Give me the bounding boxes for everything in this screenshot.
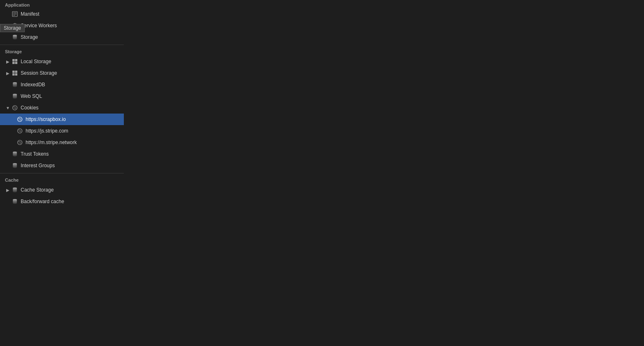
session-storage-arrow (5, 70, 11, 76)
svg-point-15 (13, 106, 17, 110)
storage-label: Storage (21, 34, 38, 40)
svg-rect-10 (15, 71, 18, 73)
local-storage-arrow (5, 59, 11, 64)
cookie-stripe-m-label: https://m.stripe.network (26, 140, 77, 145)
sidebar-item-trust-tokens[interactable]: Trust Tokens (0, 148, 124, 160)
trust-tokens-icon (12, 151, 18, 157)
sidebar-item-local-storage[interactable]: Local Storage (0, 56, 124, 67)
svg-rect-9 (12, 71, 15, 73)
svg-point-17 (15, 107, 16, 108)
storage-icon (12, 34, 18, 40)
storage-button[interactable]: Storage (0, 24, 25, 32)
sidebar: Application Storage Manifest (0, 0, 124, 346)
svg-point-41 (13, 187, 17, 189)
svg-point-38 (19, 141, 20, 141)
cookies-label: Cookies (21, 105, 38, 111)
svg-point-35 (20, 142, 21, 142)
back-forward-cache-icon (12, 198, 18, 205)
svg-point-13 (13, 82, 17, 84)
cache-storage-arrow (5, 187, 11, 193)
cache-storage-icon (12, 187, 18, 193)
svg-point-39 (13, 152, 17, 153)
svg-point-25 (20, 120, 21, 121)
cookies-icon (12, 104, 18, 111)
indexeddb-label: IndexedDB (21, 82, 45, 88)
svg-point-23 (20, 118, 21, 119)
sidebar-item-indexeddb[interactable]: IndexedDB (0, 79, 124, 90)
web-sql-label: Web SQL (21, 93, 42, 99)
sidebar-item-cookie-stripe-m[interactable]: https://m.stripe.network (0, 137, 124, 148)
web-sql-icon (12, 93, 18, 100)
svg-rect-12 (15, 73, 18, 76)
local-storage-label: Local Storage (21, 59, 51, 64)
sidebar-item-interest-groups[interactable]: Interest Groups (0, 160, 124, 171)
sidebar-item-session-storage[interactable]: Session Storage (0, 67, 124, 79)
svg-point-42 (13, 199, 17, 201)
section-header-storage: Storage (0, 47, 124, 56)
cookie-stripe-m-icon (17, 139, 23, 146)
sidebar-item-web-sql[interactable]: Web SQL (0, 90, 124, 102)
svg-point-21 (18, 117, 22, 122)
svg-point-32 (19, 129, 20, 130)
svg-point-26 (19, 118, 20, 118)
sidebar-item-back-forward-cache[interactable]: Back/forward cache (0, 196, 124, 207)
sidebar-item-cookies[interactable]: Cookies (0, 102, 124, 114)
session-storage-label: Session Storage (21, 70, 57, 76)
svg-point-24 (19, 120, 20, 121)
svg-point-34 (19, 141, 19, 142)
manifest-label: Manifest (21, 11, 39, 17)
svg-point-27 (18, 129, 22, 133)
section-header-application: Application (0, 0, 124, 8)
storage-section: Storage Local Storage (0, 47, 124, 171)
manifest-icon (12, 11, 18, 17)
divider-2 (0, 173, 124, 173)
svg-point-37 (20, 143, 21, 144)
svg-point-29 (20, 130, 21, 131)
local-storage-icon (12, 58, 18, 65)
sidebar-item-cookie-scrapbox[interactable]: https://scrapbox.io (0, 114, 124, 125)
svg-rect-6 (15, 59, 18, 62)
service-workers-label: Service Workers (21, 23, 57, 28)
cache-storage-label: Cache Storage (21, 187, 54, 193)
sidebar-item-cache-storage[interactable]: Cache Storage (0, 184, 124, 196)
svg-point-31 (20, 131, 21, 132)
svg-point-19 (15, 108, 16, 109)
cookies-arrow (5, 105, 11, 111)
cookie-stripe-js-label: https://js.stripe.com (26, 128, 68, 134)
svg-point-28 (19, 130, 19, 130)
svg-rect-7 (12, 62, 15, 64)
sidebar-item-storage[interactable]: Storage (0, 31, 124, 43)
svg-point-20 (14, 106, 15, 107)
svg-rect-11 (12, 73, 15, 76)
svg-point-33 (18, 140, 22, 145)
interest-groups-icon (12, 162, 18, 169)
session-storage-icon (12, 70, 18, 76)
svg-point-30 (19, 131, 20, 132)
svg-point-40 (13, 163, 17, 165)
trust-tokens-label: Trust Tokens (21, 151, 49, 157)
section-header-cache: Cache (0, 175, 124, 184)
sidebar-item-cookie-stripe-js[interactable]: https://js.stripe.com (0, 125, 124, 137)
cache-section: Cache Cache Storage (0, 175, 124, 207)
svg-point-16 (14, 107, 14, 107)
cookie-scrapbox-label: https://scrapbox.io (26, 116, 66, 122)
interest-groups-label: Interest Groups (21, 163, 55, 168)
back-forward-cache-label: Back/forward cache (21, 199, 64, 204)
cookie-stripe-js-icon (17, 128, 23, 134)
svg-point-14 (13, 94, 17, 95)
svg-point-4 (13, 35, 17, 36)
sidebar-item-manifest[interactable]: Manifest (0, 8, 124, 20)
svg-point-36 (19, 143, 20, 144)
svg-point-18 (14, 108, 15, 109)
indexeddb-icon (12, 81, 18, 88)
cookie-scrapbox-icon (17, 116, 23, 123)
divider-1 (0, 45, 124, 45)
svg-point-22 (19, 118, 19, 119)
svg-rect-8 (15, 62, 18, 64)
svg-rect-5 (12, 59, 15, 62)
